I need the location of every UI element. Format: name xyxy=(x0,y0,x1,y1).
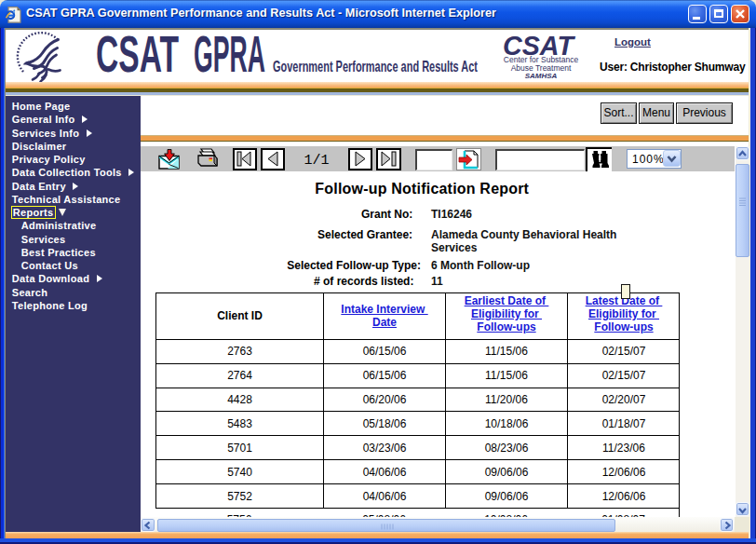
svg-text:GPRA: GPRA xyxy=(194,30,265,82)
svg-text:SAMHSA: SAMHSA xyxy=(525,72,558,80)
svg-text:Abuse Treatment: Abuse Treatment xyxy=(511,63,572,73)
svg-text:Government Performance and Res: Government Performance and Results Act xyxy=(273,58,478,75)
svg-text:CSAT: CSAT xyxy=(96,30,179,82)
